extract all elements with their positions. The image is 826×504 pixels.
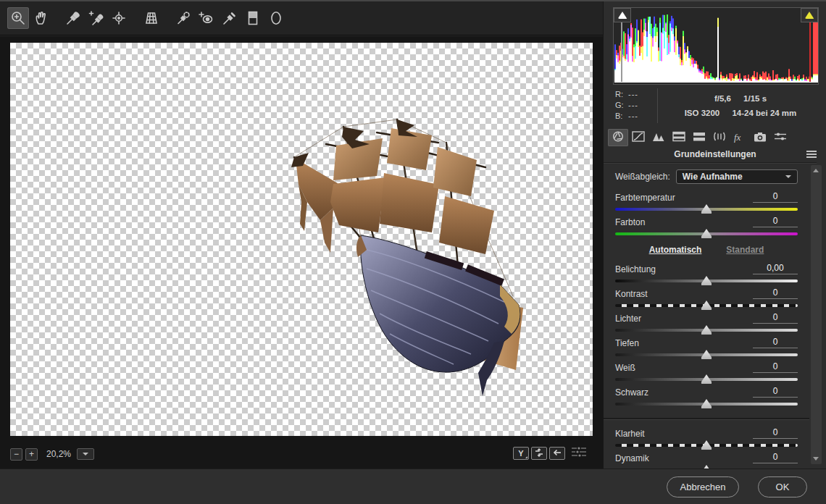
- shadow-clip-line: [621, 22, 622, 82]
- transform-tool[interactable]: [141, 7, 162, 29]
- farbtemperatur-track[interactable]: [615, 203, 798, 214]
- scroll-up-icon[interactable]: [813, 169, 819, 172]
- tab-basic[interactable]: [608, 129, 628, 146]
- image-canvas-area: − + 20,2% Y: [0, 36, 603, 469]
- ship-image: [283, 115, 538, 398]
- g-value: ---: [628, 101, 638, 109]
- kontrast-value[interactable]: 0: [753, 287, 798, 299]
- panel-scrollbar[interactable]: [811, 165, 822, 464]
- swap-arrows-icon: [533, 448, 545, 459]
- swap-before-after-button[interactable]: [531, 447, 547, 460]
- hand-icon: [33, 9, 50, 27]
- spot-removal-tool[interactable]: [172, 7, 194, 29]
- camera-raw-dialog: − + 20,2% Y: [0, 0, 826, 504]
- graduated-filter-icon: [244, 9, 262, 27]
- zoom-level-dropdown[interactable]: [77, 448, 94, 460]
- copy-settings-button[interactable]: [549, 447, 565, 460]
- histogram-plot: [614, 10, 818, 83]
- tab-presets[interactable]: [770, 129, 790, 146]
- lichter-label: Lichter: [615, 314, 641, 324]
- farbton-track[interactable]: [615, 228, 798, 239]
- tab-tone-curve[interactable]: [628, 129, 648, 146]
- preview-controls: Y: [511, 446, 587, 461]
- auto-tone-link[interactable]: Automatisch: [649, 245, 702, 258]
- spot-removal-icon: [175, 9, 192, 27]
- tab-split-toning[interactable]: [689, 129, 709, 146]
- zoom-out-button[interactable]: −: [10, 448, 22, 461]
- schwarz-value[interactable]: 0: [753, 386, 798, 398]
- slider-tiefen: Tiefen0: [615, 336, 798, 360]
- scroll-down-icon[interactable]: [813, 457, 819, 461]
- ok-button[interactable]: OK: [758, 476, 807, 497]
- panel-header: Grundeinstellungen: [604, 148, 826, 161]
- tab-detail[interactable]: [648, 129, 669, 146]
- lichter-value[interactable]: 0: [753, 312, 798, 324]
- split-toning-icon: [692, 131, 706, 145]
- klarheit-label: Klarheit: [615, 429, 645, 439]
- hsl-grayscale-icon: [672, 131, 686, 145]
- exif-values: f/5,6 1/15 s ISO 3200 14-24 bei 24 mm: [662, 91, 819, 120]
- divider: [657, 88, 658, 123]
- lichter-track[interactable]: [615, 324, 798, 335]
- preview-settings-icon[interactable]: [571, 446, 587, 461]
- color-sampler-icon: [88, 9, 105, 27]
- before-after-label: Y: [518, 449, 523, 458]
- b-value: ---: [628, 112, 638, 120]
- adjustment-brush-icon: [221, 9, 238, 27]
- basic-panel-content: Weißabgleich: Wie Aufnahme Farbtemperatu…: [615, 169, 798, 476]
- slider-farbtemperatur: Farbtemperatur0: [615, 190, 798, 214]
- white-balance-dropdown[interactable]: Wie Aufnahme: [676, 169, 798, 184]
- dialog-footer: Abbrechen OK: [0, 469, 826, 504]
- graduated-filter-tool[interactable]: [242, 7, 264, 29]
- arrow-left-icon: [551, 448, 563, 459]
- klarheit-value[interactable]: 0: [753, 427, 798, 439]
- highlight-clipping-toggle[interactable]: [801, 8, 818, 22]
- tiefen-value[interactable]: 0: [753, 337, 798, 348]
- tiefen-track[interactable]: [615, 349, 798, 360]
- schwarz-track[interactable]: [615, 398, 798, 409]
- zoom-in-button[interactable]: +: [25, 448, 38, 461]
- color-sampler-tool[interactable]: [85, 7, 107, 29]
- farbton-value[interactable]: 0: [753, 216, 798, 227]
- tab-hsl-grayscale[interactable]: [669, 129, 689, 146]
- panel-menu-icon[interactable]: [806, 151, 817, 159]
- white-balance-tool[interactable]: [62, 7, 84, 29]
- tone-links: Automatisch Standard: [615, 245, 798, 258]
- belichtung-value[interactable]: 0,00: [753, 263, 798, 274]
- adjustment-brush-tool[interactable]: [219, 7, 241, 29]
- wei--label: Weiß: [615, 363, 635, 373]
- chevron-down-icon: [785, 175, 791, 178]
- tab-camera-calibration[interactable]: [750, 129, 770, 146]
- dynamik-value[interactable]: 0: [753, 452, 798, 463]
- default-tone-link[interactable]: Standard: [726, 245, 764, 258]
- wei--value[interactable]: 0: [753, 361, 798, 373]
- tab-effects[interactable]: fx: [730, 129, 750, 146]
- zoom-tool[interactable]: [7, 7, 29, 29]
- tiefen-label: Tiefen: [615, 338, 639, 348]
- rgb-readout: R:--- G:--- B:---: [615, 89, 638, 122]
- slider-farbton: Farbton0: [615, 215, 798, 239]
- wei--track[interactable]: [615, 374, 798, 385]
- before-after-view-button[interactable]: Y: [513, 447, 529, 460]
- hand-tool[interactable]: [30, 7, 52, 29]
- radial-filter-tool[interactable]: [265, 7, 287, 29]
- slider-klarheit: Klarheit0: [615, 427, 798, 450]
- slider-lichter: Lichter0: [615, 311, 798, 335]
- zoom-icon: [9, 9, 27, 27]
- white-balance-label: Weißabgleich:: [615, 172, 670, 182]
- red-eye-tool[interactable]: [196, 7, 217, 29]
- tab-lens-corrections[interactable]: [709, 129, 730, 146]
- highlight-clip-line: [809, 22, 811, 82]
- transparent-image-canvas[interactable]: [10, 43, 593, 436]
- kontrast-track[interactable]: [615, 300, 798, 311]
- cancel-button[interactable]: Abbrechen: [667, 476, 739, 497]
- red-eye-icon: [198, 9, 215, 27]
- klarheit-track[interactable]: [615, 440, 798, 450]
- belichtung-label: Belichtung: [615, 264, 656, 274]
- targeted-adjustment-tool[interactable]: [109, 7, 130, 29]
- adjustments-panel: R:--- G:--- B:--- f/5,6 1/15 s ISO 3200 …: [603, 1, 826, 469]
- belichtung-track[interactable]: [615, 275, 798, 286]
- schwarz-label: Schwarz: [615, 387, 648, 398]
- shadow-clipping-toggle[interactable]: [614, 8, 631, 22]
- farbtemperatur-value[interactable]: 0: [753, 191, 798, 203]
